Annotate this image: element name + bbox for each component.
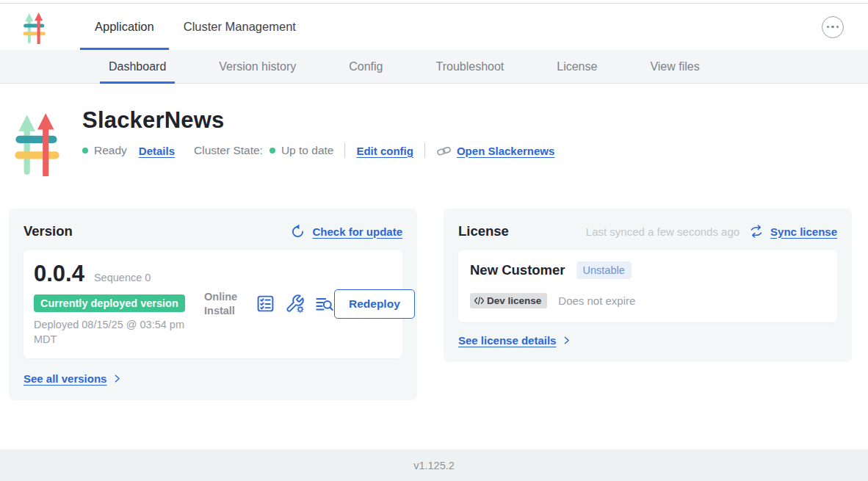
page-title: SlackerNews bbox=[82, 107, 554, 134]
slackernews-logo-icon bbox=[20, 10, 49, 44]
ellipsis-icon bbox=[827, 26, 839, 29]
license-type-badge-label: Dev license bbox=[487, 295, 541, 306]
tab-license-label: License bbox=[557, 60, 597, 73]
channel-badge: Unstable bbox=[576, 261, 632, 279]
tab-application[interactable]: Application bbox=[80, 4, 169, 50]
app-status-row: Ready Details Cluster State: Up to date … bbox=[82, 143, 554, 158]
top-nav: Application Cluster Management bbox=[0, 4, 868, 50]
app-status-dot-icon bbox=[82, 148, 88, 153]
open-app-link-label: Open Slackernews bbox=[457, 145, 554, 157]
slackernews-logo-large-icon bbox=[15, 109, 60, 176]
tab-dashboard-label: Dashboard bbox=[109, 60, 166, 73]
license-expiration: Does not expire bbox=[558, 294, 635, 307]
dashboard-cards: Version Check for update 0.0.4 Sequence … bbox=[9, 209, 868, 400]
app-logo bbox=[20, 10, 49, 44]
current-version-panel: 0.0.4 Sequence 0 Currently deployed vers… bbox=[23, 250, 402, 358]
open-app-link[interactable]: Open Slackernews bbox=[436, 145, 554, 157]
redeploy-button[interactable]: Redeploy bbox=[334, 289, 415, 319]
see-all-versions-link[interactable]: See all versions bbox=[23, 372, 122, 385]
preflight-checklist-icon[interactable] bbox=[256, 294, 275, 314]
file-diff-search-icon[interactable] bbox=[314, 294, 334, 314]
chevron-right-icon bbox=[562, 336, 571, 345]
details-link[interactable]: Details bbox=[139, 145, 175, 157]
version-card: Version Check for update 0.0.4 Sequence … bbox=[9, 209, 417, 400]
sequence-label: Sequence 0 bbox=[94, 272, 151, 283]
license-type-badge: Dev license bbox=[470, 293, 547, 308]
config-wrench-gear-icon[interactable] bbox=[285, 294, 305, 314]
tab-config[interactable]: Config bbox=[322, 50, 409, 83]
tab-config-label: Config bbox=[349, 60, 383, 73]
license-summary-panel: New Customer Unstable Dev license Does n… bbox=[458, 250, 837, 322]
sync-arrows-icon bbox=[749, 225, 764, 238]
license-card: License Last synced a few seconds ago Sy… bbox=[444, 209, 852, 362]
tab-cluster-management-label: Cluster Management bbox=[184, 20, 296, 34]
tab-troubleshoot-label: Troubleshoot bbox=[435, 60, 504, 73]
divider bbox=[344, 143, 345, 158]
tab-version-history-label: Version history bbox=[219, 60, 296, 73]
cluster-state-value: Up to date bbox=[281, 144, 334, 157]
tab-application-label: Application bbox=[95, 20, 154, 34]
tab-cluster-management[interactable]: Cluster Management bbox=[169, 4, 311, 50]
app-status-label: Ready bbox=[94, 144, 127, 157]
customer-name: New Customer bbox=[470, 262, 565, 278]
see-license-details-label: See license details bbox=[458, 334, 556, 347]
deployed-status-badge: Currently deployed version bbox=[34, 294, 185, 312]
app-sub-nav: Dashboard Version history Config Trouble… bbox=[0, 50, 868, 84]
edit-config-link[interactable]: Edit config bbox=[356, 145, 413, 157]
tab-version-history[interactable]: Version history bbox=[192, 50, 322, 83]
console-footer: v1.125.2 bbox=[0, 449, 868, 481]
more-menu-button[interactable] bbox=[822, 16, 844, 38]
version-number: 0.0.4 bbox=[34, 261, 84, 287]
code-brackets-icon bbox=[474, 296, 485, 305]
link-chain-icon bbox=[436, 145, 452, 156]
check-for-update-link[interactable]: Check for update bbox=[312, 225, 402, 238]
last-synced-label: Last synced a few seconds ago bbox=[586, 225, 739, 238]
sync-license-link[interactable]: Sync license bbox=[770, 225, 837, 238]
divider bbox=[424, 143, 425, 158]
version-action-icons bbox=[256, 294, 334, 314]
see-license-details-link[interactable]: See license details bbox=[458, 334, 571, 347]
tab-dashboard[interactable]: Dashboard bbox=[82, 50, 192, 83]
topnav-tabs: Application Cluster Management bbox=[80, 4, 311, 50]
refresh-icon bbox=[290, 224, 305, 239]
cluster-state-dot-icon bbox=[270, 148, 275, 153]
version-card-title: Version bbox=[23, 223, 73, 239]
deployed-timestamp: Deployed 08/15/25 @ 03:54 pm MDT bbox=[34, 318, 199, 347]
tab-license[interactable]: License bbox=[530, 50, 623, 83]
cluster-state-label: Cluster State: bbox=[194, 144, 263, 157]
install-type-label: Online Install bbox=[204, 290, 245, 317]
license-card-title: License bbox=[458, 223, 509, 239]
app-header: SlackerNews Ready Details Cluster State:… bbox=[15, 98, 868, 176]
tab-view-files-label: View files bbox=[650, 60, 699, 73]
see-all-versions-label: See all versions bbox=[23, 372, 106, 385]
chevron-right-icon bbox=[112, 374, 122, 383]
tab-troubleshoot[interactable]: Troubleshoot bbox=[409, 50, 530, 83]
console-version: v1.125.2 bbox=[413, 460, 455, 471]
tab-view-files[interactable]: View files bbox=[623, 50, 726, 83]
